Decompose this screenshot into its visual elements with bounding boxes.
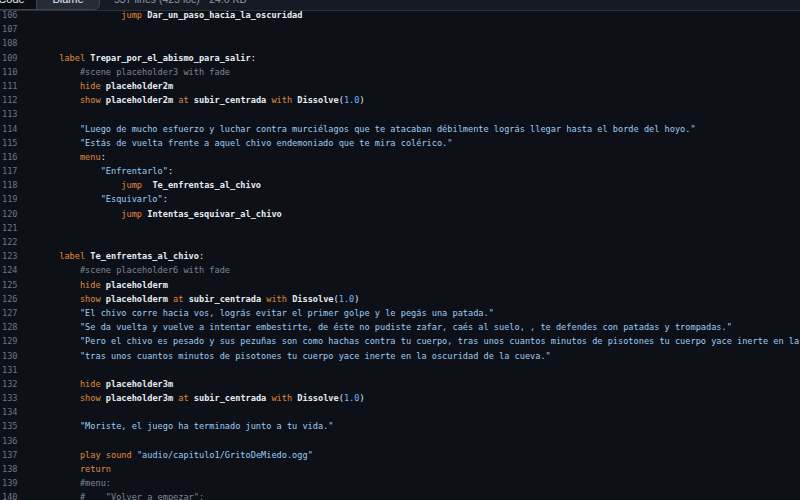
code-line: 132 hide placeholder3m [0,377,800,391]
code-line: 125 hide placeholderm [0,278,800,292]
line-number[interactable]: 137 [0,448,18,462]
code-line-content [18,107,39,121]
code-line: 140 # "Volver a empezar": [0,490,800,500]
code-line: 124 #scene placeholder6 with fade [0,263,800,277]
code-line: 108 [0,36,800,50]
line-number[interactable]: 138 [0,462,18,476]
code-line-content: # "Volver a empezar": [18,490,205,500]
code-line-content: play sound "audio/capitulo1/GritoDeMiedo… [18,448,313,462]
code-line: 119 "Esquivarlo": [0,192,800,206]
code-line-content: show placeholder3m at subir_centrada wit… [18,391,365,405]
code-line-content [18,434,39,448]
code-line: 123 label Te_enfrentas_al_chivo: [0,249,800,263]
line-number[interactable]: 109 [0,51,18,65]
code-line: 107 [0,22,800,36]
code-line: 120 jump Intentas_esquivar_al_chivo [0,207,800,221]
code-line: 136 [0,434,800,448]
line-number[interactable]: 132 [0,377,18,391]
line-number[interactable]: 124 [0,263,18,277]
code-line: 135 "Moriste, el juego ha terminado junt… [0,419,800,433]
line-number[interactable]: 134 [0,405,18,419]
code-line-content: return [18,462,111,476]
line-number[interactable]: 119 [0,192,18,206]
code-line: 117 "Enfrentarlo": [0,164,800,178]
code-line: 130 "tras unos cuantos minutos de pisoto… [0,349,800,363]
tab-code[interactable]: Code [0,0,37,9]
tab-blame[interactable]: Blame [37,0,99,9]
line-number[interactable]: 107 [0,22,18,36]
code-line: 139 #menu: [0,476,800,490]
code-line: 114 "Luego de mucho esfuerzo y luchar co… [0,122,800,136]
code-line-content: "tras unos cuantos minutos de pisotones … [18,349,551,363]
code-line-content [18,235,39,249]
code-line-content: "El chivo corre hacia vos, lográs evitar… [18,306,494,320]
code-line: 109 label Trepar_por_el_abismo_para_sali… [0,51,800,65]
code-line-content: #menu: [18,476,111,490]
line-number[interactable]: 136 [0,434,18,448]
code-line-content: label Te_enfrentas_al_chivo: [18,249,205,263]
code-line-content: hide placeholder2m [18,79,174,93]
code-line: 112 show placeholder2m at subir_centrada… [0,93,800,107]
line-number[interactable]: 135 [0,419,18,433]
code-line-content: label Trepar_por_el_abismo_para_salir: [18,51,256,65]
code-line: 115 "Estás de vuelta frente a aquel chiv… [0,136,800,150]
line-number[interactable]: 131 [0,363,18,377]
code-line: 127 "El chivo corre hacia vos, lográs ev… [0,306,800,320]
code-blame-toggle: Code Blame [0,0,100,10]
code-line-content [18,405,39,419]
code-line: 110 #scene placeholder3 with fade [0,65,800,79]
line-number[interactable]: 130 [0,349,18,363]
line-number[interactable]: 129 [0,334,18,348]
line-number[interactable]: 111 [0,79,18,93]
code-line: 111 hide placeholder2m [0,79,800,93]
code-line-content: "Estás de vuelta frente a aquel chivo en… [18,136,453,150]
line-number[interactable]: 115 [0,136,18,150]
file-meta-info: 537 lines (425 loc) · 24.6 KB [114,0,247,5]
line-number[interactable]: 128 [0,320,18,334]
line-number[interactable]: 121 [0,221,18,235]
line-number[interactable]: 133 [0,391,18,405]
code-line-content [18,36,39,50]
code-line: 137 play sound "audio/capitulo1/GritoDeM… [0,448,800,462]
line-number[interactable]: 113 [0,107,18,121]
file-header-bar: Code Blame 537 lines (425 loc) · 24.6 KB [0,0,800,11]
file-viewer: Code Blame 537 lines (425 loc) · 24.6 KB… [0,0,800,500]
line-number[interactable]: 116 [0,150,18,164]
line-number[interactable]: 123 [0,249,18,263]
code-line-content: hide placeholderm [18,278,168,292]
code-line-content: jump Te_enfrentas_al_chivo [18,178,262,192]
code-line: 129 "Pero el chivo es pesado y sus pezuñ… [0,334,800,348]
line-number[interactable]: 125 [0,278,18,292]
code-line-content: menu: [18,150,106,164]
line-number[interactable]: 126 [0,292,18,306]
code-line: 118 jump Te_enfrentas_al_chivo [0,178,800,192]
line-number[interactable]: 140 [0,490,18,500]
code-line-content: "Pero el chivo es pesado y sus pezuñas s… [18,334,800,348]
code-line-content: "Moriste, el juego ha terminado junto a … [18,419,334,433]
code-line: 138 return [0,462,800,476]
line-number[interactable]: 112 [0,93,18,107]
line-number[interactable]: 139 [0,476,18,490]
line-number[interactable]: 108 [0,36,18,50]
code-line: 131 [0,363,800,377]
line-number[interactable]: 117 [0,164,18,178]
line-number[interactable]: 114 [0,122,18,136]
code-line: 134 [0,405,800,419]
code-line: 121 [0,221,800,235]
code-line: 133 show placeholder3m at subir_centrada… [0,391,800,405]
code-line-content: show placeholderm at subir_centrada with… [18,292,360,306]
code-line-content: "Enfrentarlo": [18,164,174,178]
code-line: 116 menu: [0,150,800,164]
code-line-content: show placeholder2m at subir_centrada wit… [18,93,365,107]
code-line-content: "Luego de mucho esfuerzo y luchar contra… [18,122,696,136]
code-line-content: #scene placeholder3 with fade [18,65,230,79]
code-line: 128 "Se da vuelta y vuelve a intentar em… [0,320,800,334]
code-line-content: "Esquivarlo": [18,192,168,206]
line-number[interactable]: 127 [0,306,18,320]
code-line: 122 [0,235,800,249]
line-number[interactable]: 118 [0,178,18,192]
line-number[interactable]: 120 [0,207,18,221]
line-number[interactable]: 110 [0,65,18,79]
code-line: 113 [0,107,800,121]
line-number[interactable]: 122 [0,235,18,249]
